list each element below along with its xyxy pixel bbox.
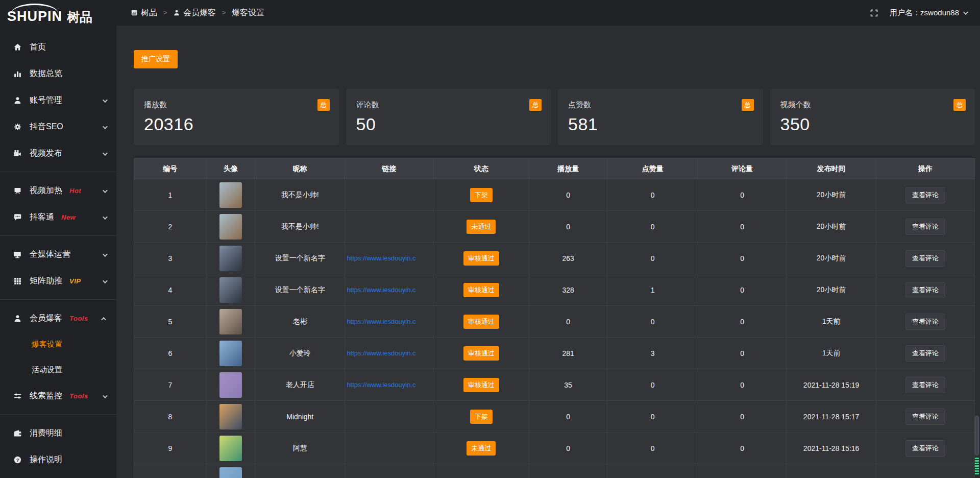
cell-status: 下架 [433, 179, 529, 211]
sidebar-nav: 首页数据总览账号管理抖音SEO视频发布视频加热Hot抖客通New全媒体运营矩阵助… [0, 34, 116, 473]
sidebar-subitem[interactable]: 爆客设置 [0, 331, 116, 357]
cell-status: 审核通过 [433, 274, 529, 306]
sidebar-item[interactable]: ?操作说明 [0, 446, 116, 473]
status-badge[interactable]: 下架 [470, 188, 493, 202]
cell-comments: 0 [698, 179, 787, 211]
stat-card-value: 581 [568, 114, 753, 134]
cell-likes: 0 [607, 306, 698, 338]
stat-card: 点赞数581总 [558, 89, 763, 145]
sidebar-item-label: 抖客通 [30, 212, 54, 223]
cell-nickname: 小爱玲 [255, 338, 345, 369]
brand-logo[interactable]: SHUPIN 树品 [0, 0, 116, 27]
sidebar-item-label: 视频加热 [30, 185, 62, 196]
breadcrumb-label: 树品 [141, 8, 157, 18]
status-badge[interactable]: 审核通过 [463, 346, 499, 361]
status-badge[interactable]: 下架 [470, 410, 493, 424]
cell-likes: 0 [607, 179, 698, 211]
cell-plays: 328 [529, 274, 607, 306]
breadcrumb-item[interactable]: 会员爆客 [173, 8, 216, 18]
cell-nickname: 设置一个新名字 [255, 243, 345, 274]
cell-comments [698, 464, 787, 478]
cell-nickname: 设置一个新名字 [255, 274, 345, 306]
status-badge[interactable]: 审核通过 [463, 251, 499, 266]
view-comments-button[interactable]: 查看评论 [905, 282, 945, 298]
cell-likes: 0 [607, 369, 698, 401]
stat-card-label: 视频个数 [780, 100, 965, 110]
avatar [219, 372, 242, 398]
view-comments-button[interactable]: 查看评论 [905, 440, 945, 457]
breadcrumb-item[interactable]: 树品 [131, 8, 157, 18]
sidebar-subitem[interactable]: 活动设置 [0, 357, 116, 383]
sidebar-item[interactable]: 抖客通New [0, 204, 116, 230]
video-link[interactable]: https://www.iesdouyin.c [345, 349, 433, 357]
fullscreen-icon[interactable] [870, 9, 878, 17]
table-row: 9阿慧未通过0002021-11-28 15:16查看评论 [134, 433, 975, 464]
sidebar-item[interactable]: 线索监控Tools [0, 383, 116, 409]
cell-likes: 0 [607, 243, 698, 274]
cell-id: 7 [134, 369, 207, 401]
svg-text:?: ? [16, 457, 19, 462]
sidebar-item[interactable]: 抖音SEO [0, 113, 116, 140]
sidebar-divider [0, 172, 116, 172]
member-icon [12, 314, 22, 323]
video-link[interactable]: https://www.iesdouyin.c [345, 254, 433, 262]
table-header-cell: 编号 [134, 159, 207, 179]
cell-avatar [206, 464, 255, 478]
view-comments-button[interactable]: 查看评论 [905, 219, 945, 235]
video-link[interactable]: https://www.iesdouyin.c [345, 381, 433, 389]
scrollbar-thumb[interactable] [975, 416, 979, 456]
sidebar-item-badge: VIP [69, 277, 81, 285]
chart-icon [12, 69, 22, 78]
sidebar-item[interactable]: 账号管理 [0, 87, 116, 113]
table-row: 2我不是小帅!未通过00020小时前查看评论 [134, 211, 975, 243]
table-header-cell: 播放量 [529, 159, 607, 179]
sidebar-item-badge: Hot [69, 187, 81, 195]
view-comments-button[interactable]: 查看评论 [905, 314, 945, 330]
sidebar-item[interactable]: 视频发布 [0, 140, 116, 166]
topbar: 树品>会员爆客>爆客设置 用户名：zswodun88 [116, 0, 980, 26]
sidebar-item-badge: New [61, 213, 76, 221]
cell-time: 2021-11-28 15:17 [787, 401, 876, 433]
username-label: 用户名：zswodun88 [890, 8, 959, 18]
sidebar-item[interactable]: 首页 [0, 34, 116, 60]
sidebar-item[interactable]: 视频加热Hot [0, 177, 116, 204]
status-badge[interactable]: 未通过 [467, 441, 496, 456]
cell-time: 2021-11-28 15:16 [787, 433, 876, 464]
cell-id: 6 [134, 338, 207, 369]
cell-action: 查看评论 [876, 274, 975, 306]
status-badge[interactable]: 审核通过 [463, 315, 499, 329]
user-menu[interactable]: 用户名：zswodun88 [890, 8, 967, 18]
cell-plays: 0 [529, 306, 607, 338]
video-link[interactable]: https://www.iesdouyin.c [345, 286, 433, 294]
cell-id: 1 [134, 179, 207, 211]
breadcrumb-label: 会员爆客 [183, 8, 216, 18]
sidebar-item[interactable]: 数据总览 [0, 60, 116, 87]
cell-nickname: 阿慧 [255, 433, 345, 464]
monitor-icon [12, 250, 22, 259]
cell-plays [529, 464, 607, 478]
sidebar-item[interactable]: 消费明细 [0, 420, 116, 446]
stat-card-total-badge: 总 [742, 99, 754, 111]
cell-likes: 0 [607, 401, 698, 433]
table-header-cell: 头像 [206, 159, 255, 179]
stat-card: 评论数50总 [346, 89, 551, 145]
sidebar-item[interactable]: 矩阵助推VIP [0, 268, 116, 294]
video-link[interactable]: https://www.iesdouyin.c [345, 318, 433, 325]
table-header-cell: 操作 [876, 159, 975, 179]
promo-settings-button[interactable]: 推广设置 [134, 50, 178, 68]
view-comments-button[interactable]: 查看评论 [905, 409, 945, 425]
view-comments-button[interactable]: 查看评论 [905, 187, 945, 203]
home-icon [12, 42, 22, 52]
view-comments-button[interactable]: 查看评论 [905, 377, 945, 393]
sidebar-item-label: 数据总览 [30, 68, 62, 79]
view-comments-button[interactable]: 查看评论 [905, 345, 945, 362]
cell-status: 未通过 [433, 433, 529, 464]
sidebar-item[interactable]: 全媒体运营 [0, 241, 116, 268]
status-badge[interactable]: 审核通过 [463, 283, 499, 297]
status-badge[interactable]: 审核通过 [463, 378, 499, 392]
status-badge[interactable]: 未通过 [467, 220, 496, 234]
table-head: 编号头像昵称链接状态播放量点赞量评论量发布时间操作 [134, 159, 975, 179]
sidebar-item[interactable]: 会员爆客Tools [0, 305, 116, 331]
help-icon: ? [12, 455, 22, 464]
view-comments-button[interactable]: 查看评论 [905, 250, 945, 267]
